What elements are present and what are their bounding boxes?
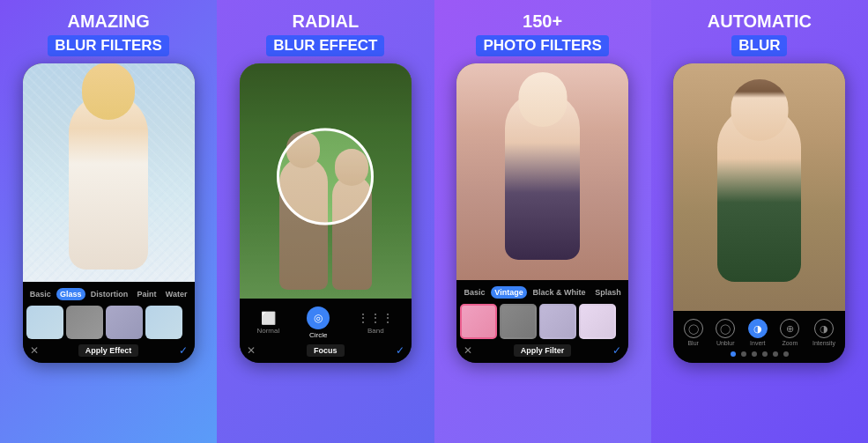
tab-distortion[interactable]: Distortion — [87, 288, 132, 300]
vintage-thumb-1[interactable] — [460, 304, 497, 339]
photo-area-3 — [456, 63, 628, 280]
apply-filter-button[interactable]: Apply Filter — [514, 344, 572, 357]
phone-frame-1: Basic Glass Distortion Paint Water ✕ App… — [23, 63, 195, 363]
circle-icon: ◎ — [307, 306, 330, 329]
panel-auto-blur: AUTOMATIC BLUR ◯ Blur ◯ Unblur ◑ Invert — [651, 0, 868, 443]
panel-2-subtitle: BLUR EFFECT — [266, 35, 384, 56]
dot-3 — [752, 351, 757, 357]
panel-1-subtitle: BLUR FILTERS — [48, 35, 169, 56]
phone-frame-4: ◯ Blur ◯ Unblur ◑ Invert ⊕ Zoom ◑ Inte — [673, 63, 845, 363]
panel-radial-blur: RADIAL BLUR EFFECT ⬜ Normal ◎ Circle — [217, 0, 434, 443]
portrait-woman-shape — [717, 106, 801, 282]
panel-blur-filters: AMAZING BLUR FILTERS Basic Glass Distort… — [0, 0, 217, 443]
radial-photo — [240, 63, 412, 299]
apply-effect-button-1[interactable]: Apply Effect — [78, 344, 139, 357]
unblur-tool-icon: ◯ — [716, 319, 735, 338]
square-icon: ⬜ — [261, 311, 276, 325]
thumbnail-2[interactable] — [66, 306, 103, 339]
tab-basic-3[interactable]: Basic — [461, 286, 489, 299]
dot-5 — [773, 351, 778, 357]
action-bar-1: ✕ Apply Effect ✓ — [23, 342, 195, 359]
phone-frame-3: Basic Vintage Black & White Splash ✕ App… — [456, 63, 628, 363]
dot-2 — [741, 351, 746, 357]
check-icon-1[interactable]: ✓ — [179, 344, 188, 357]
thumbnail-3[interactable] — [106, 306, 143, 339]
focus-label[interactable]: Focus — [307, 344, 345, 357]
vintage-thumb-4[interactable] — [579, 304, 616, 339]
tools-row: ◯ Blur ◯ Unblur ◑ Invert ⊕ Zoom ◑ Inte — [673, 314, 845, 349]
action-bar-2: ✕ Focus ✓ — [240, 342, 412, 359]
filters-woman-photo — [456, 63, 628, 280]
blur-label: Blur — [687, 340, 698, 346]
bottom-bar-4: ◯ Blur ◯ Unblur ◑ Invert ⊕ Zoom ◑ Inte — [673, 311, 845, 363]
band-icon: ⋮⋮⋮ — [357, 311, 394, 325]
vintage-thumbnails — [456, 301, 628, 342]
radial-circle[interactable] — [277, 128, 374, 225]
panel-1-title: AMAZING — [67, 11, 149, 32]
tab-glass[interactable]: Glass — [56, 288, 85, 300]
tab-paint[interactable]: Paint — [134, 288, 160, 300]
tool-blur[interactable]: ◯ Blur — [684, 319, 703, 346]
photo-area-4 — [673, 63, 845, 311]
invert-tool-icon: ◑ — [748, 319, 768, 338]
panel-photo-filters: 150+ PHOTO FILTERS Basic Vintage Black &… — [434, 0, 651, 443]
photo-area-2 — [240, 63, 412, 299]
intensity-label: Intensity — [812, 340, 835, 346]
close-icon-1[interactable]: ✕ — [30, 344, 39, 357]
shape-normal[interactable]: ⬜ Normal — [256, 311, 279, 335]
bottom-bar-1: Basic Glass Distortion Paint Water ✕ App… — [23, 282, 195, 363]
normal-label: Normal — [256, 327, 279, 335]
bottom-bar-2: ⬜ Normal ◎ Circle ⋮⋮⋮ Band ✕ Focus ✓ — [240, 299, 412, 363]
tab-vintage[interactable]: Vintage — [491, 286, 526, 299]
panel-4-title: AUTOMATIC — [708, 11, 812, 32]
action-bar-3: ✕ Apply Filter ✓ — [456, 342, 628, 359]
vintage-thumb-2[interactable] — [500, 304, 537, 339]
tab-water[interactable]: Water — [162, 288, 191, 300]
check-icon-2[interactable]: ✓ — [396, 344, 404, 357]
phone-frame-2: ⬜ Normal ◎ Circle ⋮⋮⋮ Band ✕ Focus ✓ — [240, 63, 412, 363]
tab-splash[interactable]: Splash — [591, 286, 625, 299]
thumbnail-1[interactable] — [26, 306, 63, 339]
blur-woman-photo — [23, 63, 195, 282]
shape-options: ⬜ Normal ◎ Circle ⋮⋮⋮ Band — [240, 302, 412, 342]
invert-label: Invert — [750, 340, 766, 346]
thumbnail-4[interactable] — [145, 306, 182, 339]
zoom-label: Zoom — [782, 340, 798, 346]
bottom-bar-3: Basic Vintage Black & White Splash ✕ App… — [456, 280, 628, 363]
tool-intensity[interactable]: ◑ Intensity — [812, 319, 835, 346]
shape-circle[interactable]: ◎ Circle — [307, 306, 330, 339]
tab-bw[interactable]: Black & White — [529, 286, 589, 299]
panel-3-title: 150+ — [523, 11, 562, 32]
dot-1 — [731, 351, 736, 357]
photo-area-1 — [23, 63, 195, 282]
unblur-label: Unblur — [716, 340, 735, 346]
filter-tabs-3: Basic Vintage Black & White Splash — [456, 284, 628, 301]
close-icon-3[interactable]: ✕ — [464, 344, 472, 357]
blur-tool-icon: ◯ — [684, 319, 703, 338]
panel-3-subtitle: PHOTO FILTERS — [476, 35, 608, 56]
panel-4-subtitle: BLUR — [731, 35, 787, 56]
dot-4 — [762, 351, 768, 357]
circle-label: Circle — [309, 331, 327, 339]
panel-2-title: RADIAL — [293, 11, 360, 32]
tool-invert[interactable]: ◑ Invert — [748, 319, 768, 346]
thumbnails-row-1 — [23, 303, 195, 342]
check-icon-3[interactable]: ✓ — [612, 344, 621, 357]
band-label: Band — [367, 327, 384, 335]
filter-tabs-1: Basic Glass Distortion Paint Water — [23, 285, 195, 303]
shape-band[interactable]: ⋮⋮⋮ Band — [357, 311, 394, 335]
bottom-dots — [673, 349, 845, 359]
woman-silhouette — [69, 93, 148, 269]
auto-blur-photo — [673, 63, 845, 311]
vintage-thumb-3[interactable] — [539, 304, 576, 339]
intensity-tool-icon: ◑ — [814, 319, 834, 338]
tool-unblur[interactable]: ◯ Unblur — [716, 319, 735, 346]
tab-basic-1[interactable]: Basic — [26, 288, 55, 300]
zoom-tool-icon: ⊕ — [780, 319, 799, 338]
close-icon-2[interactable]: ✕ — [247, 344, 256, 357]
dot-6 — [783, 351, 789, 357]
filters-woman-shape — [505, 92, 580, 260]
tool-zoom[interactable]: ⊕ Zoom — [780, 319, 799, 346]
